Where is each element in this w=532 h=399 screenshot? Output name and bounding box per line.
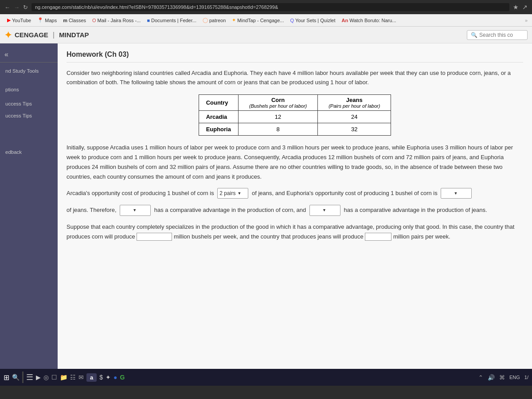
taskbar-app-icon-5[interactable]: 📁 [60,374,67,381]
share-icon[interactable]: ↗ [522,4,528,11]
bookmark-documents[interactable]: ■ Documents | Feder... [144,17,199,24]
sidebar-item-options[interactable]: ptions [0,85,58,94]
cengage-text: CENGAGE [15,31,48,39]
sidebar-item-success-tips-1[interactable]: uccess Tips [0,99,58,109]
url-bar[interactable]: ng.cengage.com/static/nb/ui/evo/index.ht… [31,3,509,11]
more-bookmarks-icon[interactable]: » [525,18,528,23]
back-icon[interactable]: ← [4,4,10,11]
analysis-paragraph: Initially, suppose Arcadia uses 1 millio… [66,143,523,182]
table-jeans-header: Jeans (Pairs per hour of labor) [318,94,391,110]
sidebar-item-feedback[interactable]: edback [0,147,58,157]
bookmark-maps[interactable]: 📍 Maps [35,16,59,24]
table-corn-header: Corn (Bushels per hour of labor) [238,94,317,110]
bookmark-classes[interactable]: m Classes [60,17,89,24]
corn-subheader-label: (Bushels per hour of labor) [249,103,307,109]
refresh-icon[interactable]: ↻ [23,4,28,11]
dropdown-arrow-icon-3: ▼ [133,207,137,214]
start-button[interactable]: ⊞ [4,373,9,382]
specialization-mid: million bushels per week, and the countr… [174,233,364,240]
arcadia-jeans-cell: 24 [318,110,391,123]
table-row-euphoria: Euphoria 8 32 [199,123,391,135]
jeans-header-label: Jeans [329,97,380,103]
bookmark-youtube[interactable]: ▶ YouTube [4,16,34,24]
opportunity-cost-line: Arcadia's opportunity cost of producing … [66,188,523,199]
taskbar-app-icon-4[interactable]: ☐ [51,374,57,381]
bookmark-patreon[interactable]: ◯ patreon [200,16,228,24]
documents-icon: ■ [147,18,150,23]
bookmark-quizlet[interactable]: Q Your Sets | Quizlet [287,17,338,24]
opp-cost-mid2: has a comparative advantage in the produ… [154,207,306,213]
taskbar-wifi-icon[interactable]: ⌘ [499,374,505,381]
taskbar-app-icon-7[interactable]: ✉ [78,374,84,381]
homework-title: Homework (Ch 03) [66,51,523,63]
bookmark-mail[interactable]: O Mail - Jaira Ross -... [90,17,143,24]
table-row-arcadia: Arcadia 12 24 [199,110,391,123]
taskbar-search-icon[interactable]: 🔍 [12,374,20,381]
dropdown3-value [122,206,131,215]
jeans-production-blank[interactable] [365,233,391,241]
dropdown-arrow-icon: ▼ [237,190,241,197]
taskbar-app-icon-1[interactable]: ☰ [26,372,33,382]
main-content: Homework (Ch 03) Consider two neighborin… [58,43,532,369]
top-search-bar[interactable]: 🔍 [467,30,528,40]
address-bar: ← → ↻ ng.cengage.com/static/nb/ui/evo/in… [0,0,532,14]
taskbar-time: 1/ [524,375,528,380]
logo-pipe: | [53,31,55,39]
taskbar-lang-label: ENG [509,375,520,380]
dropdown-arrow-icon-4: ▼ [322,207,326,214]
taskbar-edge-icon[interactable]: ● [113,374,117,381]
bookmark-star-icon[interactable]: ★ [513,4,519,11]
taskbar-dollar-icon[interactable]: $ [99,374,103,381]
taskbar-g-icon[interactable]: G [120,374,125,381]
quizlet-icon: Q [290,18,294,23]
boruto-icon: An [342,18,348,23]
mindtap-text: MINDTAP [59,31,89,39]
search-icon: 🔍 [471,32,477,38]
taskbar-app-icon-3[interactable]: ◎ [43,374,49,381]
specialization-end: million pairs per week. [393,233,450,240]
euphoria-corn-cell: 8 [238,123,317,135]
dropdown-arrow-icon-2: ▼ [454,190,458,197]
dropdown4-value [312,206,321,215]
opportunity-cost-dropdown-3[interactable]: ▼ [120,205,151,215]
logo-star-icon: ✦ [4,30,12,40]
taskbar-up-arrow-icon[interactable]: ⌃ [478,374,483,381]
maps-icon: 📍 [37,17,43,23]
opp-cost-mid: of jeans, and Euphoria's opportunity cos… [252,190,438,196]
opportunity-cost-dropdown-1[interactable]: 2 pairs ▼ [217,188,248,199]
youtube-icon: ▶ [7,17,11,23]
mindtap-icon: ✦ [232,17,236,23]
sidebar-collapse-icon[interactable]: « [4,51,8,59]
classes-icon: m [63,18,67,23]
opp-cost-pre2: of jeans. Therefore, [66,207,117,213]
taskbar-speaker-icon[interactable]: 🔊 [488,374,495,381]
taskbar: ⊞ 🔍 ☰ ▶ ◎ ☐ 📁 ☷ ✉ a $ ✦ ● G ⌃ 🔊 ⌘ ENG 1/ [0,369,532,386]
specialization-paragraph: Suppose that each country completely spe… [66,222,523,242]
bookmark-mindtap[interactable]: ✦ MindTap - Cengage... [229,16,286,24]
jeans-subheader-label: (Pairs per hour of labor) [329,103,380,109]
cengage-mindtap-logo: ✦ CENGAGE | MINDTAP [4,30,89,40]
search-input[interactable] [479,32,524,38]
euphoria-country-cell: Euphoria [199,123,238,135]
forward-icon[interactable]: → [14,4,20,11]
corn-header-label: Corn [249,97,307,103]
mail-icon: O [92,18,96,23]
bookmark-boruto[interactable]: An Watch Boruto: Naru... [339,17,399,24]
opportunity-cost-dropdown-4[interactable]: ▼ [309,205,340,215]
taskbar-app-icon-2[interactable]: ▶ [36,374,41,381]
opportunity-cost-dropdown-2[interactable]: ▼ [441,188,472,199]
patreon-icon: ◯ [203,17,208,23]
content-wrapper: « nd Study Tools ptions uccess Tips ucce… [0,43,532,369]
taskbar-app-a[interactable]: a [86,373,97,382]
sidebar: « nd Study Tools ptions uccess Tips ucce… [0,43,58,369]
arcadia-country-cell: Arcadia [199,110,238,123]
taskbar-app-icon-6[interactable]: ☷ [70,374,76,381]
taskbar-asterisk-icon[interactable]: ✦ [106,374,111,381]
corn-production-blank[interactable] [137,233,172,241]
sidebar-item-study-tools[interactable]: nd Study Tools [0,66,58,76]
app-a-icon: a [90,374,93,381]
intro-paragraph: Consider two neighboring island countrie… [66,69,523,87]
sidebar-item-success-tips-2[interactable]: uccess Tips [0,111,58,121]
table-country-header: Country [199,94,238,110]
bookmarks-bar: ▶ YouTube 📍 Maps m Classes O Mail - Jair… [0,14,532,27]
